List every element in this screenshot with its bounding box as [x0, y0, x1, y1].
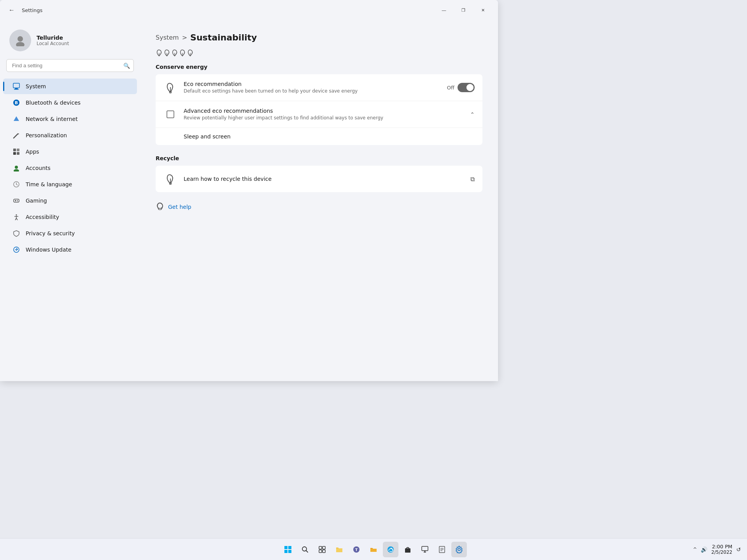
- maximize-button[interactable]: ❐: [454, 4, 472, 16]
- breadcrumb-parent: System: [156, 34, 179, 41]
- sidebar-label-accounts: Accounts: [26, 165, 51, 171]
- start-button[interactable]: [280, 542, 296, 557]
- eco-rec-action: Off: [447, 83, 475, 92]
- windows-update-icon: [12, 246, 20, 254]
- svg-rect-51: [323, 550, 325, 553]
- display-button[interactable]: [417, 542, 433, 557]
- settings-taskbar-button[interactable]: [451, 542, 467, 557]
- window-title: Settings: [22, 7, 42, 13]
- get-help-icon: [156, 201, 164, 212]
- network-icon: [12, 115, 20, 123]
- close-button[interactable]: ✕: [474, 4, 492, 16]
- get-help-row[interactable]: Get help: [156, 201, 482, 212]
- eco-rec-toggle-label: Off: [447, 85, 454, 91]
- recycle-row[interactable]: Learn how to recycle this device ⧉: [156, 166, 482, 192]
- sidebar-item-gaming[interactable]: Gaming: [3, 193, 137, 208]
- user-profile: Telluride Local Account: [0, 23, 140, 59]
- sidebar-label-network: Network & internet: [26, 116, 78, 122]
- svg-rect-44: [284, 550, 288, 553]
- clock-date: 2/5/2022: [711, 550, 732, 555]
- user-subtitle: Local Account: [37, 41, 69, 46]
- svg-point-41: [157, 203, 163, 208]
- notepad-button[interactable]: [434, 542, 450, 557]
- volume-icon[interactable]: 🔊: [701, 546, 707, 553]
- taskbar-right: ^ 🔊 2:00 PM 2/5/2022 ↺: [693, 544, 741, 555]
- svg-text:B: B: [15, 100, 18, 105]
- svg-point-40: [159, 210, 161, 210]
- recycle-ext-link: ⧉: [470, 175, 475, 183]
- recycle-device-label: Learn how to recycle this device: [184, 176, 464, 182]
- sidebar-item-time[interactable]: Time & language: [3, 177, 137, 192]
- accessibility-icon: [12, 213, 20, 221]
- svg-point-15: [14, 169, 19, 172]
- svg-rect-3: [15, 88, 18, 89]
- svg-line-27: [15, 218, 16, 220]
- sidebar-item-privacy[interactable]: Privacy & security: [3, 226, 137, 241]
- apps-icon: [12, 148, 20, 156]
- teams-button[interactable]: T: [349, 542, 364, 557]
- folder-button[interactable]: [366, 542, 381, 557]
- svg-rect-10: [13, 149, 16, 151]
- task-view-button[interactable]: [314, 542, 330, 557]
- sidebar-item-accessibility[interactable]: Accessibility: [3, 209, 137, 225]
- sleep-screen-row[interactable]: Sleep and screen: [156, 128, 482, 145]
- restore-icon[interactable]: ↺: [736, 546, 741, 553]
- svg-rect-13: [17, 152, 19, 155]
- svg-rect-58: [422, 546, 428, 551]
- chevron-up-icon: ⌃: [470, 111, 475, 117]
- search-input[interactable]: [6, 59, 134, 72]
- advanced-eco-icon: [163, 107, 177, 121]
- eco-rec-text: Eco recommendation Default eco settings …: [184, 81, 441, 94]
- svg-rect-37: [167, 111, 174, 118]
- sidebar-item-personalization[interactable]: Personalization: [3, 128, 137, 143]
- leaf-icons: [156, 49, 198, 59]
- avatar: [9, 30, 31, 51]
- sidebar-label-accessibility: Accessibility: [26, 214, 59, 220]
- eco-rec-title: Eco recommendation: [184, 81, 441, 87]
- tray-chevron[interactable]: ^: [693, 547, 697, 552]
- sidebar-item-bluetooth[interactable]: B Bluetooth & devices: [3, 95, 137, 110]
- svg-point-1: [16, 42, 25, 46]
- sidebar-item-apps[interactable]: Apps: [3, 144, 137, 159]
- window-controls: — ❐ ✕: [435, 4, 492, 16]
- file-explorer-button[interactable]: [331, 542, 347, 557]
- advanced-eco-chevron: ⌃: [470, 111, 475, 117]
- svg-rect-11: [17, 149, 19, 151]
- back-button[interactable]: ←: [6, 5, 17, 16]
- store-button[interactable]: [400, 542, 416, 557]
- taskbar-search-button[interactable]: [297, 542, 313, 557]
- eco-rec-desc: Default eco settings have been turned on…: [184, 88, 441, 94]
- user-name: Telluride: [37, 35, 69, 41]
- gaming-icon: [12, 197, 20, 205]
- svg-rect-2: [13, 83, 19, 88]
- edge-button[interactable]: [383, 542, 398, 557]
- user-info: Telluride Local Account: [37, 35, 69, 46]
- personalization-icon: [12, 131, 20, 139]
- advanced-eco-row[interactable]: Advanced eco recommendations Review pote…: [156, 101, 482, 128]
- svg-point-23: [17, 201, 18, 201]
- svg-marker-7: [14, 116, 19, 121]
- sidebar-label-system: System: [26, 83, 46, 89]
- recycle-icon: [163, 172, 177, 186]
- time-icon: [12, 180, 20, 188]
- clock[interactable]: 2:00 PM 2/5/2022: [711, 544, 732, 555]
- svg-point-0: [18, 36, 23, 42]
- svg-rect-57: [405, 548, 410, 553]
- advanced-eco-text: Advanced eco recommendations Review pote…: [184, 108, 464, 121]
- sleep-screen-label: Sleep and screen: [184, 133, 231, 140]
- eco-rec-toggle[interactable]: [458, 83, 475, 92]
- svg-rect-52: [336, 548, 342, 552]
- sidebar-item-system[interactable]: System: [3, 79, 137, 94]
- recycle-section: Recycle Learn how to recycle this dev: [156, 154, 482, 192]
- svg-rect-49: [323, 546, 325, 549]
- advanced-eco-title: Advanced eco recommendations: [184, 108, 464, 114]
- advanced-eco-desc: Review potentially higher user impact se…: [184, 115, 464, 121]
- sidebar-item-accounts[interactable]: Accounts: [3, 160, 137, 176]
- sidebar-item-network[interactable]: Network & internet: [3, 111, 137, 127]
- sidebar-label-bluetooth: Bluetooth & devices: [26, 100, 81, 106]
- minimize-button[interactable]: —: [435, 4, 453, 16]
- content-area: System > Sustainability: [140, 20, 498, 381]
- sidebar-item-windows-update[interactable]: Windows Update: [3, 242, 137, 257]
- breadcrumb-current: Sustainability: [190, 33, 257, 42]
- svg-rect-12: [13, 152, 16, 155]
